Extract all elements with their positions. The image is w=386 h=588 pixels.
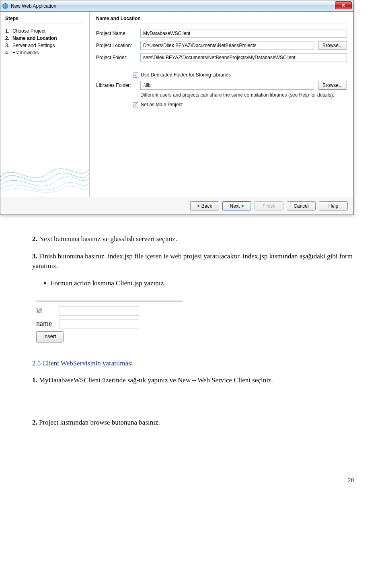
project-folder-label: Project Folder: — [96, 55, 140, 60]
content-pane: Name and Location Project Name: MyDataba… — [90, 12, 353, 197]
app-icon — [2, 3, 8, 9]
dedicated-folder-label: Use Dedicated Folder for Storing Librari… — [141, 72, 231, 78]
content-title: Name and Location — [96, 16, 347, 23]
steps-title: Steps — [5, 16, 84, 23]
name-input[interactable] — [59, 319, 139, 328]
browse-libraries-button[interactable]: Browse... — [318, 81, 347, 90]
project-location-input[interactable]: D:\Users\Dilek BEYAZ\Documents\NetBeansP… — [140, 41, 314, 50]
dedicated-folder-checkbox[interactable] — [133, 72, 138, 78]
instruction-step-3: 3. Finish butonuna basınız. index.jsp fi… — [32, 252, 354, 271]
back-button[interactable]: < Back — [190, 201, 219, 210]
instruction-2-5-step-2: 2. Project kısmından browse butonuna bas… — [32, 418, 354, 428]
window-close-button[interactable]: ✕ — [335, 1, 352, 9]
project-name-input[interactable]: MyDatabaseWSClient — [140, 29, 347, 38]
main-project-label: Set as Main Project — [141, 102, 183, 107]
libraries-helper-text: Different users and projects can share t… — [96, 92, 347, 98]
project-location-label: Project Location: — [96, 43, 140, 48]
new-web-application-dialog: New Web Application ✕ Steps 1.Choose Pro… — [0, 0, 354, 215]
finish-button[interactable]: Finish — [255, 201, 283, 210]
next-button[interactable]: Next > — [222, 201, 251, 210]
step-item: 1.Choose Project — [5, 27, 84, 35]
section-heading-2-5: 2.5 Client WebServisinin yaratılması — [32, 359, 354, 369]
id-label: id — [36, 305, 59, 316]
insert-button[interactable]: insert — [36, 331, 64, 342]
decorative-wave-art — [0, 149, 89, 197]
id-input[interactable] — [59, 306, 139, 316]
document-body: 2. Next butonuna basınız ve glassfish se… — [0, 215, 386, 509]
dialog-button-bar: < Back Next > Finish Cancel Help — [0, 197, 353, 215]
browse-location-button[interactable]: Browse... — [318, 41, 347, 50]
bullet-item: Formun action kısmına Client.jsp yazınız… — [51, 279, 354, 289]
name-label: name — [36, 318, 59, 329]
step-item: 4.Frameworks — [5, 49, 84, 56]
steps-pane: Steps 1.Choose Project 2.Name and Locati… — [0, 12, 90, 197]
step-item: 2.Name and Location — [5, 35, 84, 42]
sample-html-form: id name insert — [32, 297, 187, 348]
project-name-label: Project Name: — [96, 31, 140, 36]
step-item: 3.Server and Settings — [5, 42, 84, 49]
instruction-step-2: 2. Next butonuna basınız ve glassfish se… — [32, 234, 354, 244]
close-icon: ✕ — [341, 2, 345, 8]
main-project-checkbox[interactable] — [133, 102, 138, 107]
libraries-folder-label: Libraries Folder: — [96, 83, 140, 88]
libraries-folder-input[interactable]: .\lib — [140, 81, 314, 90]
project-folder-input[interactable]: sers\Dilek BEYAZ\Documents\NetBeansProje… — [140, 53, 347, 62]
help-button[interactable]: Help — [319, 201, 348, 210]
instruction-2-5-step-1: 1. MyDatabaseWSClient üzerinde sağ-tık y… — [32, 375, 354, 386]
cancel-button[interactable]: Cancel — [287, 201, 316, 210]
dialog-titlebar[interactable]: New Web Application ✕ — [0, 0, 353, 12]
steps-list: 1.Choose Project 2.Name and Location 3.S… — [5, 27, 84, 56]
dialog-title: New Web Application — [11, 3, 56, 9]
page-number: 20 — [32, 476, 354, 485]
